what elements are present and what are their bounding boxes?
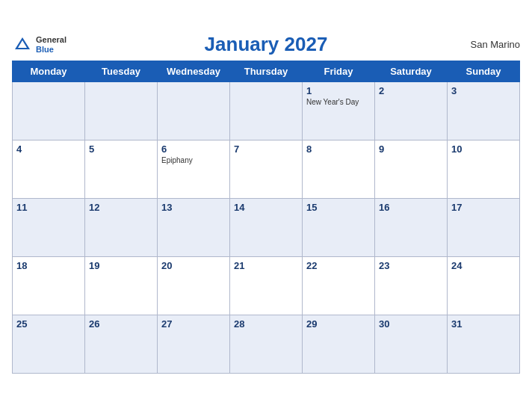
day-number: 23: [379, 260, 443, 271]
day-number: 16: [379, 202, 443, 213]
day-number: 26: [89, 318, 153, 330]
calendar-cell-w3-d2: 12: [85, 199, 158, 257]
calendar-cell-w3-d5: 15: [303, 199, 375, 257]
calendar-cell-w2-d3: 6Epiphany: [158, 140, 230, 199]
day-number: 3: [451, 85, 516, 96]
day-number: 22: [306, 260, 371, 271]
day-number: 10: [451, 143, 516, 155]
day-number: 1: [306, 85, 371, 96]
calendar-cell-w1-d6: 2: [375, 82, 448, 140]
day-number: 30: [379, 318, 443, 330]
day-number: 8: [306, 143, 371, 155]
day-number: 11: [16, 202, 81, 213]
calendar-cell-w1-d7: 3: [448, 82, 520, 140]
day-number: 29: [306, 318, 371, 330]
header-sunday: Sunday: [448, 61, 520, 82]
calendar-wrapper: General Blue January 2027 San Marino Mon…: [0, 25, 532, 386]
calendar-cell-w3-d1: 11: [13, 199, 85, 257]
day-number: 28: [234, 318, 298, 330]
calendar-table: Monday Tuesday Wednesday Thursday Friday…: [12, 61, 520, 374]
holiday-name: Epiphany: [161, 156, 226, 164]
day-number: 13: [161, 202, 226, 213]
day-number: 20: [161, 260, 226, 271]
calendar-cell-w5-d6: 30: [375, 315, 448, 374]
week-row-3: 11121314151617: [13, 199, 520, 257]
calendar-cell-w2-d6: 9: [375, 140, 448, 199]
day-number: 27: [161, 318, 226, 330]
day-number: 21: [234, 260, 298, 271]
day-number: 18: [16, 260, 81, 271]
calendar-cell-w4-d3: 20: [158, 257, 230, 315]
logo-icon: [12, 34, 33, 55]
calendar-cell-w2-d1: 4: [13, 140, 85, 199]
calendar-cell-w3-d3: 13: [158, 199, 230, 257]
day-number: 14: [234, 202, 298, 213]
day-number: 17: [451, 202, 516, 213]
weekday-header-row: Monday Tuesday Wednesday Thursday Friday…: [13, 61, 520, 82]
day-number: 12: [89, 202, 153, 213]
day-number: 25: [16, 318, 81, 330]
day-number: 4: [16, 143, 81, 155]
header-tuesday: Tuesday: [85, 61, 158, 82]
day-number: 6: [161, 143, 226, 155]
calendar-cell-w2-d7: 10: [448, 140, 520, 199]
calendar-cell-w1-d1: [13, 82, 85, 140]
calendar-header: General Blue January 2027 San Marino: [12, 33, 520, 56]
header-friday: Friday: [303, 61, 375, 82]
header-wednesday: Wednesday: [158, 61, 230, 82]
logo-general-text: General: [36, 35, 66, 44]
calendar-cell-w2-d4: 7: [230, 140, 303, 199]
calendar-cell-w4-d6: 23: [375, 257, 448, 315]
calendar-cell-w5-d7: 31: [448, 315, 520, 374]
calendar-cell-w2-d2: 5: [85, 140, 158, 199]
calendar-cell-w5-d2: 26: [85, 315, 158, 374]
day-number: 7: [234, 143, 298, 155]
calendar-cell-w4-d7: 24: [448, 257, 520, 315]
calendar-cell-w4-d5: 22: [303, 257, 375, 315]
header-thursday: Thursday: [230, 61, 303, 82]
calendar-cell-w1-d2: [85, 82, 158, 140]
header-monday: Monday: [13, 61, 85, 82]
calendar-cell-w3-d4: 14: [230, 199, 303, 257]
calendar-cell-w5-d4: 28: [230, 315, 303, 374]
day-number: 9: [379, 143, 443, 155]
calendar-cell-w1-d4: [230, 82, 303, 140]
week-row-1: 1New Year's Day23: [13, 82, 520, 140]
week-row-5: 25262728293031: [13, 315, 520, 374]
week-row-4: 18192021222324: [13, 257, 520, 315]
calendar-cell-w5-d5: 29: [303, 315, 375, 374]
logo-blue-text: Blue: [36, 45, 66, 54]
calendar-cell-w5-d3: 27: [158, 315, 230, 374]
logo-text: General Blue: [36, 35, 66, 53]
day-number: 24: [451, 260, 516, 271]
header-saturday: Saturday: [375, 61, 448, 82]
day-number: 15: [306, 202, 371, 213]
day-number: 31: [451, 318, 516, 330]
day-number: 19: [89, 260, 153, 271]
calendar-cell-w4-d4: 21: [230, 257, 303, 315]
calendar-cell-w5-d1: 25: [13, 315, 85, 374]
calendar-cell-w1-d5: 1New Year's Day: [303, 82, 375, 140]
country-name: San Marino: [471, 39, 520, 50]
calendar-cell-w4-d1: 18: [13, 257, 85, 315]
calendar-cell-w4-d2: 19: [85, 257, 158, 315]
calendar-title: January 2027: [205, 33, 328, 56]
day-number: 5: [89, 143, 153, 155]
logo: General Blue: [12, 34, 66, 55]
calendar-cell-w3-d6: 16: [375, 199, 448, 257]
calendar-cell-w3-d7: 17: [448, 199, 520, 257]
holiday-name: New Year's Day: [306, 98, 371, 106]
calendar-cell-w1-d3: [158, 82, 230, 140]
calendar-cell-w2-d5: 8: [303, 140, 375, 199]
week-row-2: 456Epiphany78910: [13, 140, 520, 199]
day-number: 2: [379, 85, 443, 96]
